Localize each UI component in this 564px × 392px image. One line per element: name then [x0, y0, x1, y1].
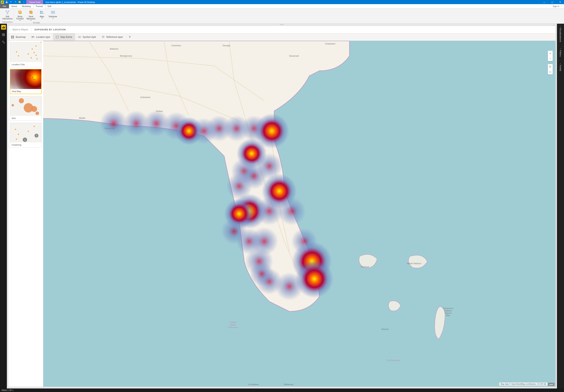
- edit-interactions-icon: [5, 10, 10, 15]
- help-button[interactable]: ?: [126, 33, 133, 41]
- svg-line-4: [8, 12, 8, 13]
- tab-drill[interactable]: Drill: [45, 4, 54, 8]
- model-view-button[interactable]: [1, 40, 6, 44]
- symbol-style-icon: [78, 36, 81, 39]
- rectangle-select-button[interactable]: [548, 69, 553, 74]
- fields-label: Fields: [559, 65, 562, 71]
- data-view-button[interactable]: [1, 32, 6, 37]
- visualizations-pane-toggle[interactable]: ‹ Visualizations: [557, 24, 564, 46]
- report-view-button[interactable]: [1, 25, 6, 30]
- svg-rect-17: [4, 27, 5, 28]
- map-attribution: Map data © OpenStreetMap contributors, C…: [499, 383, 547, 386]
- back-to-report-label: Back to Report: [13, 28, 28, 31]
- svg-rect-11: [41, 13, 43, 14]
- svg-rect-28: [11, 37, 12, 39]
- map-toolbar: Basemap Location type Map theme Symbol s…: [8, 33, 556, 41]
- chevron-down-icon: ⌄: [561, 5, 562, 7]
- svg-rect-24: [4, 42, 5, 43]
- align-button[interactable]: Align▾: [37, 10, 47, 19]
- theme-card-clustering[interactable]: 2 2 Clustering: [10, 123, 42, 147]
- ribbon-group-interactions-label: Interactions: [2, 21, 13, 24]
- sign-in-label: Sign in: [553, 5, 559, 7]
- theme-card-location-only[interactable]: Location Only: [10, 42, 42, 67]
- edit-interactions-button[interactable]: EditInteractions: [2, 10, 12, 20]
- app-icon: ıll: [1, 0, 4, 4]
- theme-label: Heat Map: [10, 89, 41, 94]
- back-to-report-button[interactable]: ‹ Back to Report: [11, 28, 28, 31]
- distribute-icon: [50, 10, 56, 15]
- zoom-out-button[interactable]: −: [548, 56, 553, 61]
- map-controls: + −: [548, 51, 553, 74]
- ribbon-group-arrange: BringForward▾ SendBackward▾ Align▾ Distr…: [14, 9, 59, 24]
- svg-rect-10: [41, 11, 43, 12]
- basemap-button[interactable]: Basemap: [8, 33, 29, 41]
- visual-header: ‹ Back to Report EXPOSURE BY LOCATION: [8, 26, 556, 33]
- file-tab[interactable]: File: [0, 4, 9, 8]
- edit-interactions-label: EditInteractions: [2, 15, 13, 20]
- map-theme-panel: ✕ Location Only: [8, 41, 43, 387]
- ribbon-group-interactions: EditInteractions Interactions: [1, 9, 14, 24]
- visual-body: ✕ Location Only: [8, 41, 556, 387]
- send-backward-label: SendBackward: [27, 15, 35, 20]
- tab-modeling[interactable]: Modeling: [20, 4, 33, 8]
- svg-rect-16: [3, 27, 4, 28]
- chevron-left-icon: ‹: [560, 62, 561, 64]
- map-area[interactable]: Montgomery Columbus Savannah Charleston …: [43, 41, 556, 387]
- reference-layer-button[interactable]: Reference layer: [99, 33, 126, 41]
- smiley-icon[interactable]: 🙂: [18, 0, 21, 4]
- minimize-button[interactable]: —: [540, 0, 548, 4]
- align-icon: [39, 10, 45, 15]
- qat-dropdown-icon[interactable]: ▾: [22, 0, 26, 4]
- symbol-style-button[interactable]: Symbol style: [75, 33, 99, 41]
- select-tool-button[interactable]: [548, 64, 553, 69]
- reference-layer-label: Reference layer: [106, 36, 123, 39]
- theme-label: Clustering: [10, 143, 42, 147]
- filters-label: Filters: [559, 50, 562, 57]
- save-icon[interactable]: 💾: [5, 0, 8, 4]
- send-backward-icon: [28, 10, 34, 15]
- svg-point-62: [250, 262, 274, 286]
- tab-format[interactable]: Format: [33, 4, 45, 8]
- redo-icon[interactable]: ↷: [14, 0, 17, 4]
- reference-layer-icon: [102, 36, 105, 39]
- svg-rect-29: [13, 37, 14, 39]
- report-canvas: ⋯ ‹ Back to Report EXPOSURE BY LOCATION …: [7, 24, 557, 389]
- filters-pane-toggle[interactable]: ‹ Filters: [557, 46, 564, 61]
- visualizations-label: Visualizations: [559, 28, 562, 42]
- map-theme-button[interactable]: Map theme: [53, 33, 75, 41]
- chevron-left-icon: ‹: [560, 47, 561, 50]
- svg-rect-18: [2, 34, 5, 36]
- sign-in[interactable]: Sign in ⌄: [551, 4, 564, 8]
- main-area: ⋯ ‹ Back to Report EXPOSURE BY LOCATION …: [0, 24, 564, 389]
- svg-rect-12: [51, 11, 52, 14]
- location-type-button[interactable]: Location type: [29, 33, 53, 41]
- undo-icon[interactable]: ↶: [9, 0, 13, 4]
- theme-thumb-size: [10, 96, 42, 116]
- svg-rect-14: [54, 11, 55, 14]
- window-controls: — ▢ ✕: [540, 0, 564, 4]
- theme-thumb-heat-map: [10, 69, 41, 89]
- theme-thumb-clustering: 2 2: [10, 123, 42, 143]
- send-backward-button[interactable]: SendBackward▾: [26, 10, 36, 22]
- bring-forward-icon: [17, 10, 23, 15]
- bring-forward-button[interactable]: BringForward▾: [15, 10, 25, 22]
- esri-map-visual: ‹ Back to Report EXPOSURE BY LOCATION Ba…: [8, 26, 556, 387]
- theme-label: Size: [10, 116, 42, 121]
- svg-rect-13: [53, 11, 53, 14]
- theme-card-heat-map[interactable]: Heat Map: [10, 69, 42, 94]
- canvas-drag-handle[interactable]: ⋯: [7, 24, 557, 25]
- selection-tools: [548, 64, 553, 74]
- theme-card-size[interactable]: Size: [10, 96, 42, 121]
- distribute-button[interactable]: Distribute▾: [48, 10, 58, 19]
- zoom-in-button[interactable]: +: [548, 51, 553, 56]
- svg-line-3: [7, 12, 7, 13]
- svg-rect-23: [2, 41, 3, 42]
- status-bar: PAGE 1 OF 1: [0, 389, 564, 392]
- tab-home[interactable]: Home: [9, 4, 20, 8]
- location-type-label: Location type: [36, 36, 50, 39]
- close-button[interactable]: ✕: [556, 0, 564, 4]
- maximize-button[interactable]: ▢: [548, 0, 556, 4]
- ribbon-body: EditInteractions Interactions BringForwa…: [0, 8, 564, 24]
- fields-pane-toggle[interactable]: ‹ Fields: [557, 61, 564, 75]
- visual-tools-context-tab[interactable]: Visual Tools: [26, 0, 43, 4]
